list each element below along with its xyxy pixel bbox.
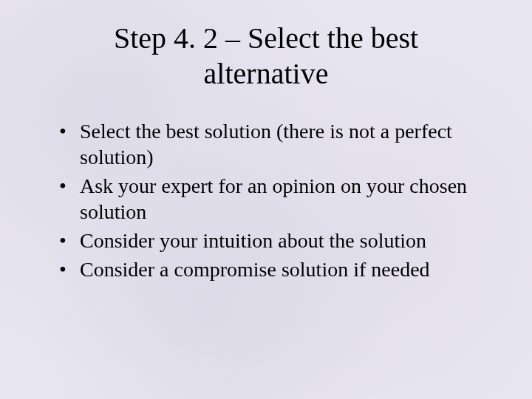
list-item: Ask your expert for an opinion on your c… [59, 173, 495, 225]
bullet-list: Select the best solution (there is not a… [37, 118, 495, 282]
slide-title: Step 4. 2 – Select the best alternative [37, 21, 495, 92]
list-item: Select the best solution (there is not a… [59, 118, 495, 170]
list-item: Consider your intuition about the soluti… [59, 228, 495, 253]
slide: Step 4. 2 – Select the best alternative … [0, 0, 532, 399]
list-item: Consider a compromise solution if needed [59, 256, 495, 282]
